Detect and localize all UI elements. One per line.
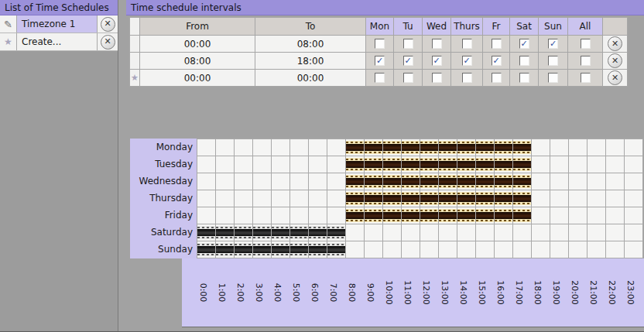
- grid-cell[interactable]: [569, 224, 587, 241]
- grid-cell[interactable]: [495, 224, 513, 241]
- grid-cell[interactable]: [420, 207, 439, 224]
- grid-cell[interactable]: [625, 241, 643, 258]
- grid-cell[interactable]: [272, 224, 290, 241]
- grid-cell[interactable]: [606, 156, 625, 173]
- grid-cell[interactable]: [532, 241, 550, 258]
- grid-cell[interactable]: [253, 156, 272, 173]
- grid-cell[interactable]: [365, 241, 383, 258]
- grid-cell[interactable]: [290, 139, 309, 156]
- grid-cell[interactable]: [290, 241, 309, 258]
- grid-cell[interactable]: [439, 224, 457, 241]
- interval-from-cell[interactable]: 08:00: [140, 53, 255, 70]
- grid-cell[interactable]: [495, 156, 513, 173]
- grid-cell[interactable]: [513, 139, 532, 156]
- grid-cell[interactable]: [197, 139, 216, 156]
- grid-cell[interactable]: [272, 241, 290, 258]
- schedule-list-item[interactable]: ★Create...✕: [0, 33, 118, 51]
- grid-cell[interactable]: [365, 156, 383, 173]
- grid-cell[interactable]: [513, 224, 532, 241]
- grid-cell[interactable]: [309, 139, 327, 156]
- day-checkbox-mon[interactable]: ✓: [375, 56, 385, 66]
- grid-cell[interactable]: [420, 241, 439, 258]
- grid-cell[interactable]: [420, 224, 439, 241]
- grid-cell[interactable]: [216, 224, 235, 241]
- grid-cell[interactable]: [587, 241, 606, 258]
- grid-cell[interactable]: [476, 173, 495, 190]
- delete-schedule-button[interactable]: ✕: [101, 17, 115, 32]
- grid-cell[interactable]: [625, 173, 643, 190]
- grid-cell[interactable]: [235, 190, 253, 207]
- grid-cell[interactable]: [235, 224, 253, 241]
- grid-cell[interactable]: [532, 139, 550, 156]
- grid-cell[interactable]: [606, 139, 625, 156]
- day-checkbox-tu[interactable]: ✓: [403, 56, 413, 66]
- grid-cell[interactable]: [272, 156, 290, 173]
- grid-cell[interactable]: [402, 241, 420, 258]
- grid-cell[interactable]: [346, 139, 365, 156]
- day-checkbox-tu[interactable]: [403, 39, 413, 49]
- grid-cell[interactable]: [402, 156, 420, 173]
- grid-cell[interactable]: [495, 173, 513, 190]
- grid-cell[interactable]: [457, 241, 476, 258]
- grid-cell[interactable]: [476, 224, 495, 241]
- grid-cell[interactable]: [513, 156, 532, 173]
- grid-cell[interactable]: [625, 156, 643, 173]
- grid-cell[interactable]: [216, 207, 235, 224]
- grid-cell[interactable]: [383, 241, 402, 258]
- grid-cell[interactable]: [272, 190, 290, 207]
- grid-cell[interactable]: [197, 173, 216, 190]
- grid-cell[interactable]: [625, 190, 643, 207]
- grid-cell[interactable]: [346, 173, 365, 190]
- grid-cell[interactable]: [606, 207, 625, 224]
- grid-cell[interactable]: [569, 241, 587, 258]
- grid-cell[interactable]: [253, 241, 272, 258]
- grid-cell[interactable]: [216, 173, 235, 190]
- day-checkbox-thurs[interactable]: ✓: [462, 56, 472, 66]
- grid-cell[interactable]: [383, 190, 402, 207]
- delete-interval-button[interactable]: ✕: [608, 53, 622, 68]
- grid-cell[interactable]: [550, 241, 569, 258]
- grid-cell[interactable]: [587, 190, 606, 207]
- grid-cell[interactable]: [532, 156, 550, 173]
- day-checkbox-all[interactable]: [581, 39, 591, 49]
- grid-cell[interactable]: [327, 156, 346, 173]
- grid-cell[interactable]: [197, 156, 216, 173]
- grid-cell[interactable]: [439, 173, 457, 190]
- grid-cell[interactable]: [420, 156, 439, 173]
- grid-cell[interactable]: [235, 156, 253, 173]
- day-checkbox-thurs[interactable]: [462, 73, 472, 83]
- day-checkbox-sat[interactable]: ✓: [519, 39, 529, 49]
- grid-cell[interactable]: [457, 139, 476, 156]
- schedule-list-item[interactable]: ✎Timezone 1✕: [0, 15, 118, 33]
- day-checkbox-fr[interactable]: [492, 73, 502, 83]
- grid-cell[interactable]: [402, 173, 420, 190]
- grid-cell[interactable]: [216, 241, 235, 258]
- day-checkbox-mon[interactable]: [375, 73, 385, 83]
- day-checkbox-thurs[interactable]: [462, 39, 472, 49]
- interval-from-cell[interactable]: 00:00: [140, 70, 255, 87]
- grid-cell[interactable]: [606, 173, 625, 190]
- day-checkbox-sun[interactable]: [548, 56, 558, 66]
- grid-cell[interactable]: [495, 139, 513, 156]
- grid-cell[interactable]: [439, 139, 457, 156]
- grid-cell[interactable]: [216, 156, 235, 173]
- grid-cell[interactable]: [253, 207, 272, 224]
- grid-cell[interactable]: [457, 156, 476, 173]
- grid-cell[interactable]: [513, 173, 532, 190]
- grid-cell[interactable]: [495, 190, 513, 207]
- grid-cell[interactable]: [532, 173, 550, 190]
- grid-cell[interactable]: [216, 190, 235, 207]
- grid-cell[interactable]: [346, 156, 365, 173]
- grid-cell[interactable]: [587, 207, 606, 224]
- grid-cell[interactable]: [253, 224, 272, 241]
- day-checkbox-tu[interactable]: [403, 73, 413, 83]
- grid-cell[interactable]: [606, 241, 625, 258]
- grid-cell[interactable]: [457, 224, 476, 241]
- delete-interval-button[interactable]: ✕: [608, 70, 622, 85]
- grid-cell[interactable]: [197, 190, 216, 207]
- grid-cell[interactable]: [346, 224, 365, 241]
- interval-from-cell[interactable]: 00:00: [140, 36, 255, 53]
- grid-cell[interactable]: [457, 173, 476, 190]
- grid-cell[interactable]: [290, 207, 309, 224]
- grid-cell[interactable]: [476, 241, 495, 258]
